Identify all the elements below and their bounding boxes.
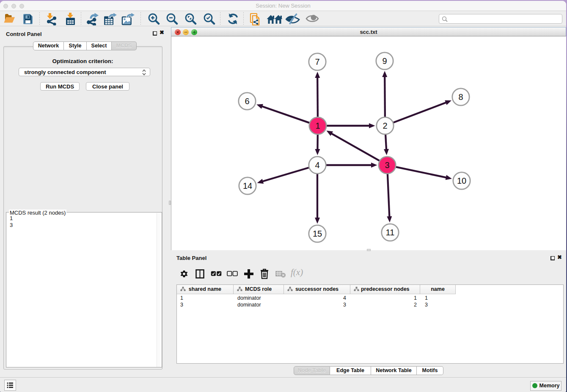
svg-text:10: 10 bbox=[457, 176, 466, 185]
svg-text:3: 3 bbox=[385, 160, 389, 170]
svg-text:8: 8 bbox=[458, 92, 463, 102]
svg-text:11: 11 bbox=[386, 228, 395, 237]
svg-text:4: 4 bbox=[315, 160, 319, 170]
svg-text:9: 9 bbox=[382, 56, 387, 66]
svg-text:1: 1 bbox=[315, 121, 320, 130]
svg-text:6: 6 bbox=[245, 97, 249, 106]
svg-text:14: 14 bbox=[243, 181, 252, 190]
svg-text:2: 2 bbox=[383, 121, 387, 130]
svg-text:7: 7 bbox=[315, 57, 319, 66]
svg-text:15: 15 bbox=[313, 229, 322, 238]
